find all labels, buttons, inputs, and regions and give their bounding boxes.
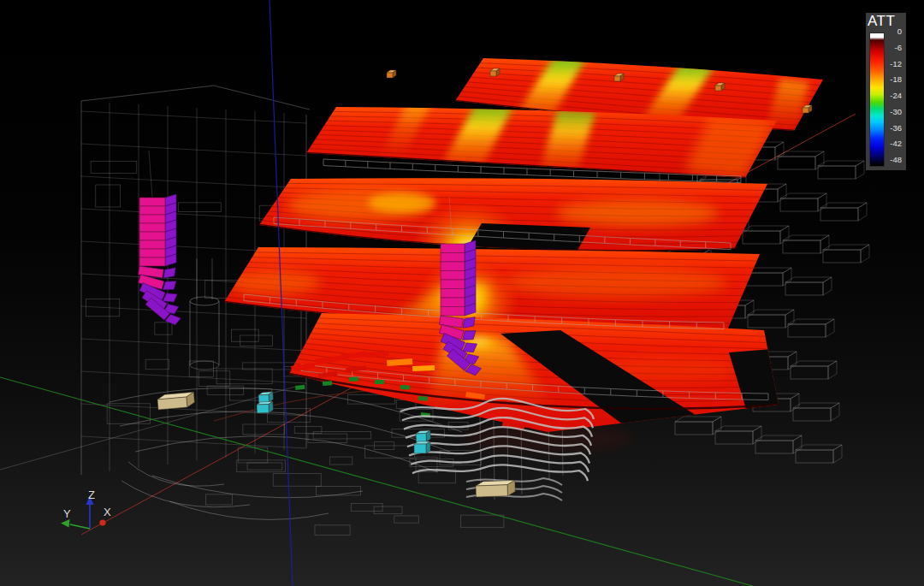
mapping-plane-5 <box>289 313 794 440</box>
legend-tick: -6 <box>895 44 902 52</box>
legend-tick: -42 <box>890 139 902 148</box>
legend-tick: -24 <box>890 92 902 100</box>
scene-geometry <box>0 0 869 586</box>
legend-tick: 0 <box>897 27 902 36</box>
stage-monitor-box <box>157 392 195 410</box>
attenuation-legend: ATT 0-6-12-18-24-30-36-42-48 <box>866 13 906 170</box>
legend-tick: -18 <box>890 75 902 84</box>
legend-tick: -48 <box>890 156 902 164</box>
x-axis-label: X <box>104 506 111 518</box>
utility-box-cyan <box>416 430 431 442</box>
z-axis-label: Z <box>88 488 95 501</box>
y-axis-arrow <box>70 524 90 529</box>
y-axis-label: Y <box>63 507 71 520</box>
legend-tick: -36 <box>890 124 902 133</box>
utility-box-cyan <box>258 392 274 403</box>
legend-tick: -12 <box>890 60 902 68</box>
utility-box-cyan <box>414 441 430 453</box>
rigging-line <box>149 151 152 198</box>
legend-colorbar <box>869 33 885 167</box>
legend-tick: -30 <box>890 108 902 116</box>
y-axis-arrowhead <box>61 519 70 528</box>
axis-gizmo: Z Y X <box>61 488 111 529</box>
x-axis-dot <box>99 519 105 525</box>
speaker-array-left <box>139 151 181 328</box>
surround-speaker-marker <box>387 70 396 78</box>
utility-box-cyan <box>257 401 273 413</box>
viewport-3d-scene[interactable]: Z Y X <box>0 0 924 586</box>
stage-monitor-box <box>476 480 516 497</box>
viewport-background: Z Y X ATT 0-6-12-18-24-30-36-42-48 <box>0 0 924 586</box>
